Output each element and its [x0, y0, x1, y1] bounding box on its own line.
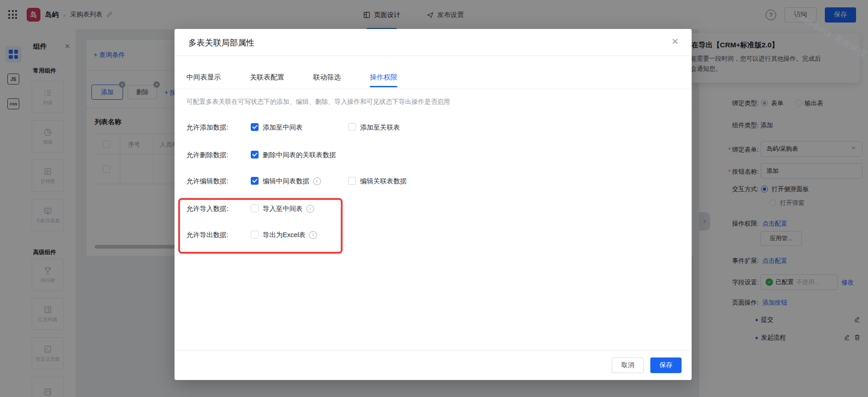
checkbox-import-to-middle-table[interactable]: [251, 204, 259, 212]
checkbox-export-to-excel[interactable]: [251, 231, 259, 238]
checkbox-edit-middle-table-data[interactable]: [251, 177, 259, 185]
multi-table-relation-modal: 多表关联局部属性 ✕ 中间表显示 关联表配置 联动筛选 操作权限 可配置多表关联…: [175, 29, 692, 380]
screen: 岛 岛屿 › 采购表列表 页面设计 发布设置 ? 访问 保存: [0, 0, 868, 397]
checkbox-add-to-middle-table[interactable]: [251, 123, 259, 131]
modal-title: 多表关联局部属性: [188, 37, 254, 48]
modal-tabs: 中间表显示 关联表配置 联动筛选 操作权限: [186, 73, 426, 82]
modal-header: 多表关联局部属性 ✕: [175, 29, 692, 56]
row-allow-delete: 允许删除数据: 删除中间表的关联表数据: [186, 149, 680, 160]
tab-middle-table-display[interactable]: 中间表显示: [186, 73, 221, 82]
row-allow-add: 允许添加数据: 添加至中间表 添加至关联表: [186, 122, 680, 133]
tabs-divider: [175, 89, 692, 89]
checkbox-edit-relation-table-data[interactable]: [348, 177, 356, 185]
tab-linkage-filter[interactable]: 联动筛选: [313, 73, 341, 82]
info-icon[interactable]: i: [306, 205, 314, 213]
close-icon[interactable]: ✕: [671, 36, 679, 47]
info-icon[interactable]: i: [309, 231, 317, 239]
modal-footer: 取消 保存: [175, 350, 692, 380]
checkbox-delete-middle-table-data[interactable]: [251, 151, 259, 159]
tab-relation-table-config[interactable]: 关联表配置: [250, 73, 284, 82]
row-allow-export: 允许导出数据: 导出为Excel表 i: [186, 229, 680, 240]
modal-cancel-button[interactable]: 取消: [612, 357, 644, 373]
modal-save-button[interactable]: 保存: [650, 357, 682, 373]
tab-operation-permission[interactable]: 操作权限: [370, 73, 397, 82]
row-allow-import: 允许导入数据: 导入至中间表 i: [186, 203, 680, 214]
checkbox-add-to-relation-table[interactable]: [348, 123, 356, 131]
info-icon[interactable]: i: [313, 177, 321, 185]
permission-description: 可配置多表关联在可写状态下的添加、编辑、删除、导入操作和可见状态下导出操作是否启…: [186, 98, 450, 106]
row-allow-edit: 允许编辑数据: 编辑中间表数据 i 编辑关联表数据: [186, 176, 680, 187]
